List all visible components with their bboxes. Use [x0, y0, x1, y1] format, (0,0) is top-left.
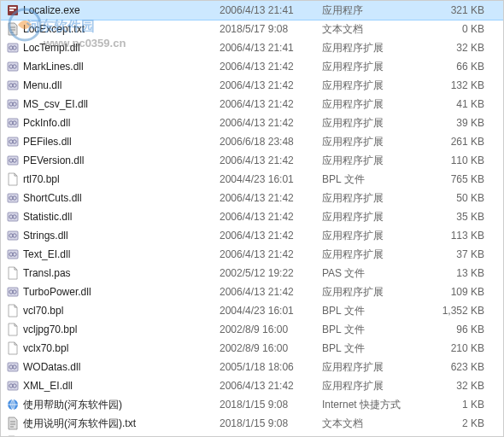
file-name: MarkLines.dll [23, 61, 220, 73]
file-name: LocExcept.txt [23, 23, 220, 35]
file-row[interactable]: PckInfo.dll2006/4/13 21:42应用程序扩展39 KB [1, 114, 503, 132]
file-row[interactable]: XML_EI.dll2006/4/13 21:42应用程序扩展32 KB [1, 376, 503, 395]
file-size: 13 KB [420, 267, 491, 279]
file-type: 应用程序扩展 [322, 154, 420, 168]
file-row[interactable]: Transl.pas2002/5/12 19:22PAS 文件13 KB [1, 264, 503, 283]
file-size: 110 KB [420, 154, 491, 166]
file-type: BPL 文件 [322, 323, 420, 337]
file-row[interactable]: PEFiles.dll2006/6/18 23:48应用程序扩展261 KB [1, 132, 503, 151]
file-date: 2006/4/13 21:41 [220, 42, 322, 54]
file-row[interactable]: Statistic.dll2006/4/13 21:42应用程序扩展35 KB [1, 207, 503, 226]
file-size: 765 KB [420, 173, 491, 185]
file-date: 2006/4/13 21:42 [220, 79, 322, 91]
file-size: 132 KB [420, 79, 491, 91]
txt-icon [6, 417, 20, 430]
file-type: 应用程序扩展 [322, 379, 420, 393]
txt-icon [6, 22, 20, 36]
file-row[interactable]: 使用说明(河东软件园).txt2018/1/15 9:08文本文档2 KB [1, 414, 503, 433]
file-size: 50 KB [420, 192, 491, 204]
file-name: MS_csv_EI.dll [23, 98, 220, 110]
file-size: 1 KB [420, 399, 491, 411]
file-size: 32 KB [420, 42, 491, 54]
file-size: 210 KB [420, 342, 491, 354]
bpl-icon [6, 341, 20, 355]
file-size: 96 KB [420, 323, 491, 335]
file-row[interactable]: vclx70.bpl2002/8/9 16:00BPL 文件210 KB [1, 339, 503, 358]
file-date: 2018/1/15 9:08 [220, 417, 322, 429]
dll-icon [6, 97, 20, 111]
dll-icon [6, 79, 20, 92]
file-type: 应用程序扩展 [322, 135, 420, 149]
file-type: BPL 文件 [322, 341, 420, 356]
file-name: Text_EI.dll [23, 248, 220, 260]
file-date: 2006/4/13 21:42 [220, 117, 322, 129]
file-date: 2006/4/13 21:42 [220, 380, 322, 392]
file-row[interactable]: 使用帮助(河东软件园)2018/1/15 9:08Internet 快捷方式1 … [1, 395, 503, 414]
dll-icon [6, 379, 20, 393]
file-row[interactable]: Localize.exe2006/4/13 21:41应用程序321 KB [1, 1, 503, 20]
file-type: PAS 文件 [322, 266, 420, 281]
file-row[interactable]: TurboPower.dll2006/4/13 21:42应用程序扩展109 K… [1, 283, 503, 301]
file-name: LocTempl.dll [23, 42, 220, 54]
file-date: 2006/4/13 21:42 [220, 192, 322, 204]
file-type: 应用程序扩展 [322, 229, 420, 243]
file-name: vclx70.bpl [23, 342, 220, 354]
url-icon [6, 398, 20, 411]
file-row[interactable]: ShortCuts.dll2006/4/13 21:42应用程序扩展50 KB [1, 189, 503, 207]
file-date: 2006/4/13 21:42 [220, 61, 322, 73]
file-row[interactable]: Menu.dll2006/4/13 21:42应用程序扩展132 KB [1, 76, 503, 95]
file-type: 文本文档 [322, 417, 420, 431]
file-name: 使用帮助(河东软件园) [23, 398, 220, 412]
file-type: 应用程序扩展 [322, 97, 420, 112]
file-date: 2018/5/17 9:08 [220, 23, 322, 35]
file-size: 2 KB [420, 417, 491, 429]
file-size: 0 KB [420, 23, 491, 35]
file-name: WODatas.dll [23, 361, 220, 373]
file-row[interactable]: Strings.dll2006/4/13 21:42应用程序扩展113 KB [1, 226, 503, 245]
file-row[interactable]: WODatas.dll2005/1/18 18:06应用程序扩展623 KB [1, 358, 503, 376]
file-row[interactable]: LocTempl.dll2006/4/13 21:41应用程序扩展32 KB [1, 38, 503, 57]
file-name: vcl70.bpl [23, 305, 220, 317]
file-date: 2004/4/23 16:01 [220, 305, 322, 317]
file-size: 32 KB [420, 380, 491, 392]
file-name: Statistic.dll [23, 211, 220, 223]
dll-icon [6, 135, 20, 149]
file-date: 2018/1/15 9:08 [220, 399, 322, 411]
file-row[interactable]: vcl70.bpl2004/4/23 16:01BPL 文件1,352 KB [1, 301, 503, 320]
file-row[interactable]: MarkLines.dll2006/4/13 21:42应用程序扩展66 KB [1, 57, 503, 76]
file-row[interactable]: vcljpg70.bpl2002/8/9 16:00BPL 文件96 KB [1, 320, 503, 339]
file-size: 261 KB [420, 136, 491, 148]
file-date: 2006/4/13 21:42 [220, 248, 322, 260]
file-type: 应用程序扩展 [322, 285, 420, 300]
file-row[interactable]: MS_csv_EI.dll2006/4/13 21:42应用程序扩展41 KB [1, 95, 503, 114]
file-date: 2006/6/18 23:48 [220, 136, 322, 148]
file-name: Localize.exe [23, 4, 220, 16]
file-row[interactable]: rtl70.bpl2004/4/23 16:01BPL 文件765 KB [1, 170, 503, 189]
file-row[interactable]: PEVersion.dll2006/4/13 21:42应用程序扩展110 KB [1, 151, 503, 170]
file-name: vcljpg70.bpl [23, 323, 220, 335]
dll-icon [6, 154, 20, 167]
file-row[interactable]: Text_EI.dll2006/4/13 21:42应用程序扩展37 KB [1, 245, 503, 264]
file-type: 应用程序扩展 [322, 248, 420, 262]
file-type: 文本文档 [322, 22, 420, 37]
file-type: 应用程序扩展 [322, 360, 420, 375]
bpl-icon [6, 172, 20, 186]
file-name: Menu.dll [23, 79, 220, 91]
file-size: 109 KB [420, 286, 491, 298]
file-name: Transl.pas [23, 267, 220, 279]
file-size: 113 KB [420, 230, 491, 242]
file-date: 2006/4/13 21:41 [220, 4, 322, 16]
file-list: Localize.exe2006/4/13 21:41应用程序321 KBLoc… [1, 1, 503, 437]
file-size: 37 KB [420, 248, 491, 260]
file-name: Strings.dll [23, 230, 220, 242]
dll-icon [6, 210, 20, 224]
file-name: TurboPower.dll [23, 286, 220, 298]
file-size: 623 KB [420, 361, 491, 373]
dll-icon [6, 229, 20, 242]
file-name: ShortCuts.dll [23, 192, 220, 204]
file-type: BPL 文件 [322, 172, 420, 187]
file-type: Internet 快捷方式 [322, 398, 420, 412]
file-row[interactable]: LocExcept.txt2018/5/17 9:08文本文档0 KB [1, 20, 503, 38]
file-name: rtl70.bpl [23, 173, 220, 185]
file-row[interactable]: 下载说明(河东软件园).htm2018/1/15 9:08360 Chrome … [1, 433, 503, 437]
